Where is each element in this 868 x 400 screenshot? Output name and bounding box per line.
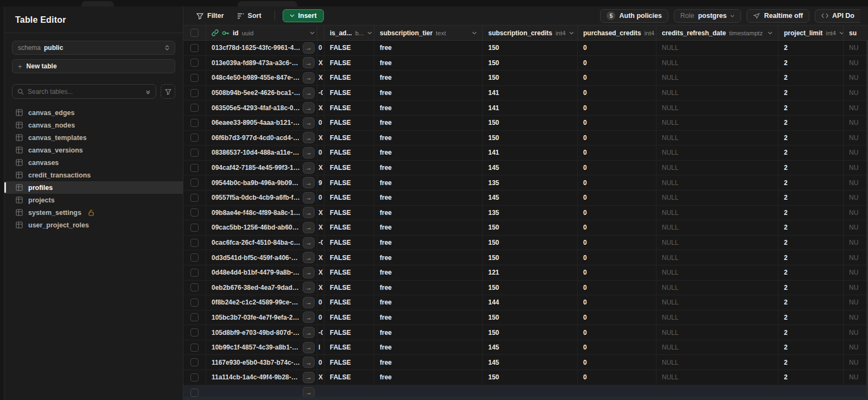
cell-purchased-credits[interactable]: 0 [583, 359, 587, 366]
cell-truncated[interactable]: NU [849, 179, 858, 187]
cell-credits-refresh-date[interactable]: NULL [662, 329, 679, 336]
sidebar-item-canvas_versions[interactable]: canvas_versions [4, 144, 183, 156]
cell-truncated[interactable]: NU [849, 344, 858, 351]
cell-subscription-tier[interactable]: free [380, 149, 392, 156]
expand-row-button[interactable]: → [303, 252, 315, 263]
cell-project-limit[interactable]: 2 [784, 224, 788, 231]
cell-collapsed[interactable]: X [318, 164, 323, 172]
cell-collapsed[interactable]: -0 [318, 329, 323, 336]
row-checkbox[interactable] [190, 208, 199, 217]
cell-collapsed[interactable]: -0 [318, 89, 323, 97]
schema-select[interactable]: schema public [12, 41, 175, 55]
cell-purchased-credits[interactable]: 0 [583, 329, 587, 336]
sort-button[interactable]: Sort [232, 9, 267, 22]
cell-purchased-credits[interactable]: 0 [583, 44, 587, 52]
cell-collapsed[interactable]: 0 [318, 119, 322, 126]
column-header-subscription-credits[interactable]: subscription_credits int4 [483, 26, 578, 40]
cell-subscription-tier[interactable]: free [380, 119, 392, 126]
expand-row-button[interactable]: → [303, 237, 315, 249]
cell-subscription-credits[interactable]: 150 [488, 74, 499, 81]
sidebar-item-canvas_templates[interactable]: canvas_templates [4, 131, 183, 144]
expand-row-button[interactable]: → [303, 87, 315, 99]
row-checkbox[interactable] [190, 59, 199, 67]
row-checkbox[interactable] [190, 299, 199, 307]
cell-id[interactable]: 0eb2b676-38ed-4ea7-9dad-38e6... [212, 284, 301, 291]
cell-credits-refresh-date[interactable]: NULL [662, 164, 679, 172]
cell-credits-refresh-date[interactable]: NULL [662, 284, 679, 291]
cell-project-limit[interactable]: 2 [784, 254, 788, 262]
cell-truncated[interactable]: NU [849, 209, 858, 217]
cell-id[interactable]: 0508b94b-5ee2-4626-bca1-4bca... [212, 89, 301, 97]
cell-collapsed[interactable]: 0 [318, 314, 322, 321]
cell-subscription-credits[interactable]: 145 [488, 359, 499, 366]
sidebar-item-projects[interactable]: projects [4, 194, 183, 206]
expand-row-button[interactable]: → [303, 207, 315, 218]
cell-credits-refresh-date[interactable]: NULL [662, 59, 679, 67]
column-header-subscription-tier[interactable]: subscription_tier text [374, 26, 483, 40]
cell-credits-refresh-date[interactable]: NULL [662, 209, 679, 217]
cell-truncated[interactable]: NU [849, 224, 858, 231]
cell-credits-refresh-date[interactable]: NULL [662, 194, 679, 201]
cell-credits-refresh-date[interactable]: NULL [662, 224, 679, 231]
cell-collapsed[interactable]: X [318, 134, 323, 142]
cell-purchased-credits[interactable]: 0 [583, 104, 587, 112]
row-checkbox[interactable] [190, 134, 199, 142]
cell-subscription-credits[interactable]: 144 [488, 299, 499, 306]
cell-purchased-credits[interactable]: 0 [583, 134, 587, 142]
cell-purchased-credits[interactable]: 0 [583, 373, 587, 381]
cell-credits-refresh-date[interactable]: NULL [662, 134, 679, 142]
expand-row-button[interactable]: → [303, 192, 315, 204]
cell-subscription-tier[interactable]: free [380, 194, 392, 201]
cell-subscription-credits[interactable]: 150 [488, 44, 499, 52]
cell-subscription-tier[interactable]: free [380, 359, 392, 366]
cell-subscription-tier[interactable]: free [380, 89, 392, 97]
cell-credits-refresh-date[interactable]: NULL [662, 314, 679, 321]
cell-project-limit[interactable]: 2 [784, 149, 788, 156]
cell-is-admin[interactable]: FALSE [330, 209, 351, 217]
cell-truncated[interactable]: NU [849, 329, 858, 336]
row-checkbox[interactable] [190, 224, 199, 232]
cell-subscription-tier[interactable]: free [380, 254, 392, 262]
cell-credits-refresh-date[interactable]: NULL [662, 254, 679, 262]
cell-id[interactable]: 094caf42-7185-4e45-99f3-14abee... [212, 164, 301, 172]
cell-subscription-tier[interactable]: free [380, 314, 392, 321]
cell-is-admin[interactable]: FALSE [330, 254, 351, 262]
cell-truncated[interactable]: NU [849, 89, 858, 97]
cell-purchased-credits[interactable]: 0 [583, 254, 587, 262]
cell-truncated[interactable]: NU [849, 59, 858, 67]
cell-collapsed[interactable]: 0 [318, 194, 322, 201]
cell-collapsed[interactable]: X [318, 269, 323, 276]
cell-collapsed[interactable]: X [318, 373, 323, 381]
cell-collapsed[interactable]: 0 [318, 44, 322, 52]
cell-is-admin[interactable]: FALSE [330, 179, 351, 187]
cell-truncated[interactable]: NU [849, 194, 858, 201]
expand-row-button[interactable]: → [303, 297, 315, 308]
cell-subscription-tier[interactable]: free [380, 134, 392, 142]
cell-credits-refresh-date[interactable]: NULL [662, 119, 679, 126]
cell-subscription-tier[interactable]: free [380, 59, 392, 67]
cell-subscription-tier[interactable]: free [380, 284, 392, 291]
select-all-checkbox[interactable] [190, 29, 199, 37]
cell-collapsed[interactable]: X [318, 284, 323, 291]
expand-row-button[interactable]: → [303, 147, 315, 158]
row-checkbox[interactable] [190, 283, 199, 291]
cell-id[interactable]: 0cac6fca-26cf-4510-84ba-c4580... [212, 239, 301, 246]
cell-collapsed[interactable]: I [318, 344, 320, 351]
cell-is-admin[interactable]: FALSE [330, 149, 351, 156]
cell-collapsed[interactable]: X [318, 224, 323, 231]
expand-row-button[interactable]: → [303, 177, 315, 188]
cell-subscription-credits[interactable]: 150 [488, 239, 499, 246]
row-checkbox[interactable] [190, 149, 199, 157]
cell-project-limit[interactable]: 2 [784, 89, 788, 97]
cell-truncated[interactable]: NU [849, 134, 858, 142]
expand-row-button[interactable]: → [303, 282, 315, 293]
row-checkbox[interactable] [190, 164, 199, 172]
cell-credits-refresh-date[interactable]: NULL [662, 373, 679, 381]
cell-id[interactable]: 0d48e4d4-b1bf-4479-9a8b-4a4b... [212, 269, 301, 276]
cell-truncated[interactable]: NU [849, 239, 858, 246]
row-checkbox[interactable] [190, 253, 199, 262]
column-header-credits-refresh-date[interactable]: credits_refresh_date timestamptz [656, 26, 778, 40]
filter-tables-button[interactable] [161, 84, 175, 99]
cell-truncated[interactable]: NU [849, 299, 858, 306]
cell-subscription-credits[interactable]: 150 [488, 284, 499, 291]
